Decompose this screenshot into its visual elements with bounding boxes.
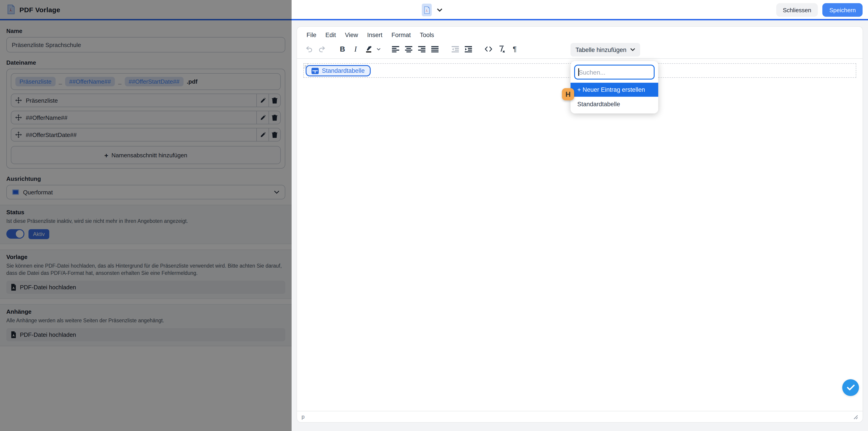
clear-formatting-icon[interactable]: [495, 42, 508, 56]
dropdown-option-standardtabelle[interactable]: Standardtabelle: [574, 97, 655, 111]
chevron-down-icon[interactable]: [375, 42, 381, 56]
richtext-editor: File Edit View Insert Format Tools B: [297, 26, 863, 423]
format-group: B I: [336, 42, 381, 56]
chevron-down-icon[interactable]: [437, 8, 442, 12]
indent-icon[interactable]: [462, 42, 475, 56]
align-justify-icon[interactable]: [428, 42, 441, 56]
main-panel: Schliessen Speichern File Edit View Inse…: [291, 0, 868, 431]
pdf-file-icon: [422, 4, 432, 16]
confirm-check-button[interactable]: [842, 379, 859, 396]
align-center-icon[interactable]: [402, 42, 415, 56]
element-path[interactable]: p: [302, 413, 305, 420]
menu-view[interactable]: View: [341, 30, 362, 40]
italic-icon[interactable]: I: [349, 42, 362, 56]
align-right-icon[interactable]: [415, 42, 428, 56]
header-actions: Schliessen Speichern: [776, 3, 863, 17]
h-badge[interactable]: H: [562, 88, 574, 100]
editor-toolbar: B I: [297, 41, 863, 59]
editor-menubar: File Edit View Insert Format Tools: [297, 27, 863, 41]
main-header: Schliessen Speichern: [291, 0, 868, 20]
document-switcher[interactable]: [422, 4, 442, 16]
menu-format[interactable]: Format: [388, 30, 415, 40]
table-dropdown: + Neuer Eintrag erstellen Standardtabell…: [570, 61, 658, 114]
pdf-template-editor: PDF Vorlage Name Präsenzliste Sprachschu…: [0, 0, 868, 431]
sidebar: PDF Vorlage Name Präsenzliste Sprachschu…: [0, 0, 291, 431]
table-add-label: Tabelle hinzufügen: [576, 46, 626, 53]
highlight-color-icon[interactable]: [362, 42, 375, 56]
align-left-icon[interactable]: [389, 42, 402, 56]
text-cursor: [578, 68, 579, 76]
indent-group: [448, 42, 475, 56]
misc-group: ¶: [482, 42, 521, 56]
editor-statusbar: p: [297, 411, 863, 422]
redo-icon[interactable]: [315, 42, 329, 56]
paragraph-mark-icon[interactable]: ¶: [508, 42, 521, 56]
table-add-button[interactable]: Tabelle hinzufügen: [570, 43, 640, 57]
menu-edit[interactable]: Edit: [321, 30, 340, 40]
history-group: [303, 42, 329, 56]
source-code-icon[interactable]: [482, 42, 495, 56]
create-new-entry-item[interactable]: + Neuer Eintrag erstellen: [570, 83, 658, 97]
table-placeholder-label: Standardtabelle: [322, 67, 365, 74]
table-icon: [311, 68, 319, 74]
table-placeholder-chip[interactable]: Standardtabelle: [306, 65, 370, 76]
resize-handle-icon[interactable]: [852, 413, 858, 420]
align-group: [389, 42, 441, 56]
bold-icon[interactable]: B: [336, 42, 349, 56]
menu-insert[interactable]: Insert: [363, 30, 386, 40]
search-input[interactable]: [579, 68, 650, 76]
outdent-icon[interactable]: [448, 42, 462, 56]
dropdown-search: [574, 65, 655, 80]
close-button[interactable]: Schliessen: [776, 3, 818, 17]
undo-icon[interactable]: [303, 42, 315, 56]
menu-tools[interactable]: Tools: [416, 30, 438, 40]
menu-file[interactable]: File: [303, 30, 320, 40]
sidebar-dim-overlay: [0, 0, 291, 431]
save-button[interactable]: Speichern: [823, 3, 863, 17]
chevron-down-icon: [630, 48, 635, 52]
